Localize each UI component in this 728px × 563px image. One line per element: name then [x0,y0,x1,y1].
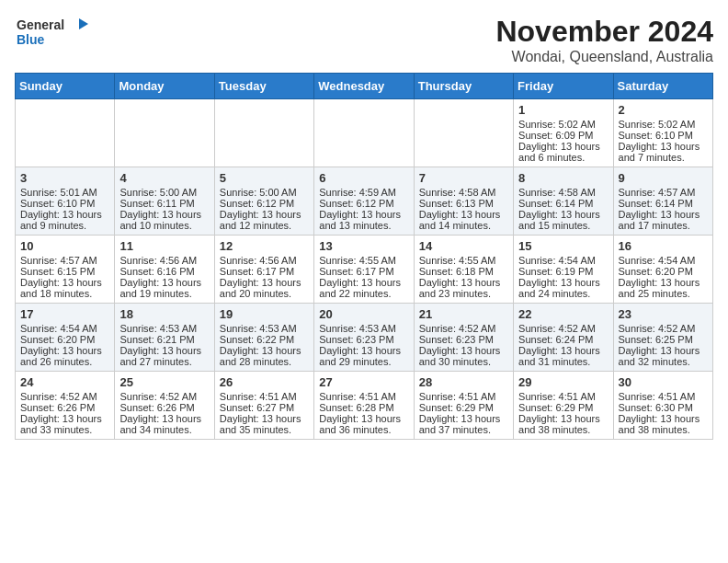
daylight-text: Daylight: 13 hours and 13 minutes. [319,209,401,231]
sunrise-text: Sunrise: 4:58 AM [518,187,596,198]
calendar-cell: 4 Sunrise: 5:00 AM Sunset: 6:11 PM Dayli… [115,167,214,236]
sunrise-text: Sunrise: 4:51 AM [319,391,396,402]
sunrise-text: Sunrise: 5:02 AM [619,119,696,130]
sunrise-text: Sunrise: 5:01 AM [20,187,97,198]
sunrise-text: Sunrise: 5:02 AM [518,119,596,130]
day-number: 14 [419,239,508,253]
sunset-text: Sunset: 6:13 PM [419,198,494,209]
daylight-text: Daylight: 13 hours and 22 minutes. [319,277,401,299]
sunset-text: Sunset: 6:15 PM [20,266,95,277]
day-number: 3 [20,171,109,185]
calendar-cell: 30 Sunrise: 4:51 AM Sunset: 6:30 PM Dayl… [613,372,712,440]
calendar-cell: 16 Sunrise: 4:54 AM Sunset: 6:20 PM Dayl… [613,236,712,304]
sunset-text: Sunset: 6:14 PM [619,198,693,209]
sunrise-text: Sunrise: 4:56 AM [220,255,297,266]
day-number: 1 [518,103,608,117]
day-number: 10 [20,239,109,253]
day-number: 15 [518,239,608,253]
calendar-cell: 2 Sunrise: 5:02 AM Sunset: 6:10 PM Dayli… [613,99,712,167]
sunset-text: Sunset: 6:17 PM [319,266,393,277]
daylight-text: Daylight: 13 hours and 17 minutes. [619,209,700,231]
col-saturday: Saturday [613,74,712,99]
daylight-text: Daylight: 13 hours and 35 minutes. [220,413,301,435]
calendar-cell: 24 Sunrise: 4:52 AM Sunset: 6:26 PM Dayl… [16,372,115,440]
calendar-cell: 9 Sunrise: 4:57 AM Sunset: 6:14 PM Dayli… [613,167,712,236]
calendar-cell: 25 Sunrise: 4:52 AM Sunset: 6:26 PM Dayl… [115,372,214,440]
calendar-cell: 8 Sunrise: 4:58 AM Sunset: 6:14 PM Dayli… [514,167,613,236]
day-number: 29 [518,375,608,389]
calendar-week-row: 1 Sunrise: 5:02 AM Sunset: 6:09 PM Dayli… [16,99,713,167]
day-number: 11 [119,239,209,253]
daylight-text: Daylight: 13 hours and 24 minutes. [518,277,600,299]
calendar-week-row: 24 Sunrise: 4:52 AM Sunset: 6:26 PM Dayl… [16,372,713,440]
sunset-text: Sunset: 6:22 PM [220,334,294,345]
daylight-text: Daylight: 13 hours and 32 minutes. [619,345,700,367]
day-number: 7 [419,171,508,185]
sunset-text: Sunset: 6:29 PM [518,402,593,413]
daylight-text: Daylight: 13 hours and 34 minutes. [119,413,201,435]
sunrise-text: Sunrise: 4:54 AM [20,323,97,334]
daylight-text: Daylight: 13 hours and 20 minutes. [220,277,301,299]
calendar-cell: 27 Sunrise: 4:51 AM Sunset: 6:28 PM Dayl… [314,372,414,440]
calendar-cell: 20 Sunrise: 4:53 AM Sunset: 6:23 PM Dayl… [314,304,414,372]
day-number: 30 [619,375,708,389]
sunset-text: Sunset: 6:11 PM [119,198,194,209]
daylight-text: Daylight: 13 hours and 27 minutes. [119,345,201,367]
col-sunday: Sunday [16,74,115,99]
calendar-cell: 28 Sunrise: 4:51 AM Sunset: 6:29 PM Dayl… [414,372,513,440]
sunrise-text: Sunrise: 4:55 AM [419,255,496,266]
day-number: 4 [119,171,209,185]
calendar-cell: 29 Sunrise: 4:51 AM Sunset: 6:29 PM Dayl… [514,372,613,440]
svg-text:General: General [17,17,64,32]
month-title: November 2024 [495,15,713,49]
daylight-text: Daylight: 13 hours and 28 minutes. [220,345,301,367]
sunrise-text: Sunrise: 4:52 AM [419,323,496,334]
calendar-cell [115,99,214,167]
sunset-text: Sunset: 6:17 PM [220,266,294,277]
day-number: 12 [220,239,309,253]
daylight-text: Daylight: 13 hours and 36 minutes. [319,413,401,435]
day-number: 5 [220,171,309,185]
sunset-text: Sunset: 6:29 PM [419,402,494,413]
day-number: 17 [20,307,109,321]
daylight-text: Daylight: 13 hours and 14 minutes. [419,209,501,231]
daylight-text: Daylight: 13 hours and 10 minutes. [119,209,201,231]
calendar-cell: 22 Sunrise: 4:52 AM Sunset: 6:24 PM Dayl… [514,304,613,372]
col-tuesday: Tuesday [214,74,313,99]
sunrise-text: Sunrise: 4:52 AM [518,323,596,334]
calendar-cell: 3 Sunrise: 5:01 AM Sunset: 6:10 PM Dayli… [16,167,115,236]
day-number: 8 [518,171,608,185]
sunrise-text: Sunrise: 5:00 AM [220,187,297,198]
daylight-text: Daylight: 13 hours and 7 minutes. [619,141,700,163]
daylight-text: Daylight: 13 hours and 33 minutes. [20,413,102,435]
col-friday: Friday [514,74,613,99]
title-area: November 2024 Wondai, Queensland, Austra… [495,15,713,65]
sunrise-text: Sunrise: 4:58 AM [419,187,496,198]
sunrise-text: Sunrise: 4:51 AM [220,391,297,402]
calendar-cell: 26 Sunrise: 4:51 AM Sunset: 6:27 PM Dayl… [214,372,313,440]
calendar-header-row: Sunday Monday Tuesday Wednesday Thursday… [16,74,713,99]
day-number: 24 [20,375,109,389]
sunrise-text: Sunrise: 4:54 AM [619,255,696,266]
sunrise-text: Sunrise: 4:57 AM [20,255,97,266]
calendar-cell: 5 Sunrise: 5:00 AM Sunset: 6:12 PM Dayli… [214,167,313,236]
day-number: 9 [619,171,708,185]
calendar-cell: 12 Sunrise: 4:56 AM Sunset: 6:17 PM Dayl… [214,236,313,304]
day-number: 21 [419,307,508,321]
sunset-text: Sunset: 6:12 PM [220,198,294,209]
day-number: 22 [518,307,608,321]
calendar-cell: 10 Sunrise: 4:57 AM Sunset: 6:15 PM Dayl… [16,236,115,304]
sunrise-text: Sunrise: 4:52 AM [20,391,97,402]
day-number: 20 [319,307,408,321]
sunrise-text: Sunrise: 4:55 AM [319,255,396,266]
day-number: 19 [220,307,309,321]
daylight-text: Daylight: 13 hours and 37 minutes. [419,413,501,435]
sunset-text: Sunset: 6:19 PM [518,266,593,277]
sunrise-text: Sunrise: 4:51 AM [518,391,596,402]
sunrise-text: Sunrise: 4:54 AM [518,255,596,266]
calendar-cell: 21 Sunrise: 4:52 AM Sunset: 6:23 PM Dayl… [414,304,513,372]
sunset-text: Sunset: 6:26 PM [119,402,194,413]
sunrise-text: Sunrise: 4:51 AM [419,391,496,402]
daylight-text: Daylight: 13 hours and 19 minutes. [119,277,201,299]
daylight-text: Daylight: 13 hours and 23 minutes. [419,277,501,299]
